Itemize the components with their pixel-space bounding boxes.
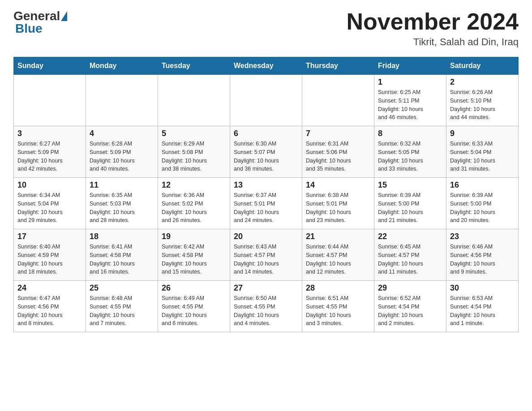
calendar-cell: 13Sunrise: 6:37 AM Sunset: 5:01 PM Dayli… bbox=[230, 178, 302, 229]
day-info: Sunrise: 6:39 AM Sunset: 5:00 PM Dayligh… bbox=[450, 191, 515, 225]
logo-blue-text: Blue bbox=[15, 21, 43, 35]
calendar-cell bbox=[158, 75, 230, 126]
calendar-cell: 28Sunrise: 6:51 AM Sunset: 4:55 PM Dayli… bbox=[302, 281, 374, 332]
day-info: Sunrise: 6:45 AM Sunset: 4:57 PM Dayligh… bbox=[378, 243, 442, 276]
day-info: Sunrise: 6:33 AM Sunset: 5:04 PM Dayligh… bbox=[450, 140, 515, 173]
calendar-cell: 1Sunrise: 6:25 AM Sunset: 5:11 PM Daylig… bbox=[374, 75, 446, 126]
calendar-week-3: 10Sunrise: 6:34 AM Sunset: 5:04 PM Dayli… bbox=[14, 178, 519, 229]
calendar-cell bbox=[302, 75, 374, 126]
day-number: 3 bbox=[17, 129, 82, 138]
day-number: 7 bbox=[306, 129, 370, 138]
calendar-week-2: 3Sunrise: 6:27 AM Sunset: 5:09 PM Daylig… bbox=[14, 126, 519, 178]
day-header-tuesday: Tuesday bbox=[158, 57, 230, 75]
day-info: Sunrise: 6:53 AM Sunset: 4:54 PM Dayligh… bbox=[450, 294, 515, 328]
calendar-cell: 17Sunrise: 6:40 AM Sunset: 4:59 PM Dayli… bbox=[14, 229, 86, 281]
day-info: Sunrise: 6:43 AM Sunset: 4:57 PM Dayligh… bbox=[234, 243, 298, 276]
calendar-cell: 12Sunrise: 6:36 AM Sunset: 5:02 PM Dayli… bbox=[158, 178, 230, 229]
day-number: 16 bbox=[450, 180, 515, 190]
calendar-cell bbox=[230, 75, 302, 126]
calendar-cell: 21Sunrise: 6:44 AM Sunset: 4:57 PM Dayli… bbox=[302, 229, 374, 281]
day-number: 30 bbox=[450, 283, 515, 293]
day-number: 9 bbox=[450, 129, 515, 138]
day-number: 5 bbox=[162, 129, 226, 138]
calendar-cell: 30Sunrise: 6:53 AM Sunset: 4:54 PM Dayli… bbox=[446, 281, 519, 332]
day-info: Sunrise: 6:41 AM Sunset: 4:58 PM Dayligh… bbox=[90, 243, 154, 276]
calendar-week-1: 1Sunrise: 6:25 AM Sunset: 5:11 PM Daylig… bbox=[14, 75, 519, 126]
calendar-week-4: 17Sunrise: 6:40 AM Sunset: 4:59 PM Dayli… bbox=[14, 229, 519, 281]
day-info: Sunrise: 6:31 AM Sunset: 5:06 PM Dayligh… bbox=[306, 140, 370, 173]
calendar-cell bbox=[14, 75, 86, 126]
day-info: Sunrise: 6:51 AM Sunset: 4:55 PM Dayligh… bbox=[306, 294, 370, 328]
calendar-cell: 18Sunrise: 6:41 AM Sunset: 4:58 PM Dayli… bbox=[86, 229, 158, 281]
calendar-cell: 29Sunrise: 6:52 AM Sunset: 4:54 PM Dayli… bbox=[374, 281, 446, 332]
calendar-cell: 10Sunrise: 6:34 AM Sunset: 5:04 PM Dayli… bbox=[14, 178, 86, 229]
calendar-cell: 27Sunrise: 6:50 AM Sunset: 4:55 PM Dayli… bbox=[230, 281, 302, 332]
month-title: November 2024 bbox=[347, 9, 519, 34]
day-number: 10 bbox=[17, 180, 82, 190]
day-info: Sunrise: 6:38 AM Sunset: 5:01 PM Dayligh… bbox=[306, 191, 370, 225]
calendar-cell: 9Sunrise: 6:33 AM Sunset: 5:04 PM Daylig… bbox=[446, 126, 519, 178]
title-area: November 2024 Tikrit, Salah ad Din, Iraq bbox=[347, 9, 519, 48]
day-header-saturday: Saturday bbox=[446, 57, 519, 75]
calendar-cell: 4Sunrise: 6:28 AM Sunset: 5:09 PM Daylig… bbox=[86, 126, 158, 178]
calendar-cell: 2Sunrise: 6:26 AM Sunset: 5:10 PM Daylig… bbox=[446, 75, 519, 126]
calendar-cell: 23Sunrise: 6:46 AM Sunset: 4:56 PM Dayli… bbox=[446, 229, 519, 281]
calendar-header-row: SundayMondayTuesdayWednesdayThursdayFrid… bbox=[14, 57, 519, 75]
day-number: 14 bbox=[306, 180, 370, 190]
day-info: Sunrise: 6:25 AM Sunset: 5:11 PM Dayligh… bbox=[378, 88, 442, 122]
calendar-cell: 22Sunrise: 6:45 AM Sunset: 4:57 PM Dayli… bbox=[374, 229, 446, 281]
logo-triangle-icon bbox=[61, 11, 67, 21]
calendar-cell: 14Sunrise: 6:38 AM Sunset: 5:01 PM Dayli… bbox=[302, 178, 374, 229]
day-info: Sunrise: 6:29 AM Sunset: 5:08 PM Dayligh… bbox=[162, 140, 226, 173]
page-header: General Blue November 2024 Tikrit, Salah… bbox=[13, 9, 519, 48]
day-info: Sunrise: 6:44 AM Sunset: 4:57 PM Dayligh… bbox=[306, 243, 370, 276]
day-number: 12 bbox=[162, 180, 226, 190]
day-info: Sunrise: 6:52 AM Sunset: 4:54 PM Dayligh… bbox=[378, 294, 442, 328]
day-number: 15 bbox=[378, 180, 442, 190]
day-number: 27 bbox=[234, 283, 298, 293]
day-info: Sunrise: 6:37 AM Sunset: 5:01 PM Dayligh… bbox=[234, 191, 298, 225]
day-info: Sunrise: 6:32 AM Sunset: 5:05 PM Dayligh… bbox=[378, 140, 442, 173]
day-info: Sunrise: 6:39 AM Sunset: 5:00 PM Dayligh… bbox=[378, 191, 442, 225]
calendar-week-5: 24Sunrise: 6:47 AM Sunset: 4:56 PM Dayli… bbox=[14, 281, 519, 332]
logo: General Blue bbox=[13, 9, 68, 36]
day-info: Sunrise: 6:28 AM Sunset: 5:09 PM Dayligh… bbox=[90, 140, 154, 173]
day-header-wednesday: Wednesday bbox=[230, 57, 302, 75]
location-title: Tikrit, Salah ad Din, Iraq bbox=[347, 36, 519, 48]
day-number: 11 bbox=[90, 180, 154, 190]
day-info: Sunrise: 6:34 AM Sunset: 5:04 PM Dayligh… bbox=[17, 191, 82, 225]
day-number: 20 bbox=[234, 232, 298, 241]
day-number: 23 bbox=[450, 232, 515, 241]
day-number: 29 bbox=[378, 283, 442, 293]
calendar-cell: 5Sunrise: 6:29 AM Sunset: 5:08 PM Daylig… bbox=[158, 126, 230, 178]
day-number: 8 bbox=[378, 129, 442, 138]
day-info: Sunrise: 6:47 AM Sunset: 4:56 PM Dayligh… bbox=[17, 294, 82, 328]
calendar-cell: 16Sunrise: 6:39 AM Sunset: 5:00 PM Dayli… bbox=[446, 178, 519, 229]
calendar-cell: 6Sunrise: 6:30 AM Sunset: 5:07 PM Daylig… bbox=[230, 126, 302, 178]
calendar-cell bbox=[86, 75, 158, 126]
day-number: 19 bbox=[162, 232, 226, 241]
day-number: 26 bbox=[162, 283, 226, 293]
day-info: Sunrise: 6:36 AM Sunset: 5:02 PM Dayligh… bbox=[162, 191, 226, 225]
day-info: Sunrise: 6:49 AM Sunset: 4:55 PM Dayligh… bbox=[162, 294, 226, 328]
day-info: Sunrise: 6:26 AM Sunset: 5:10 PM Dayligh… bbox=[450, 88, 515, 122]
day-number: 13 bbox=[234, 180, 298, 190]
calendar-cell: 8Sunrise: 6:32 AM Sunset: 5:05 PM Daylig… bbox=[374, 126, 446, 178]
day-info: Sunrise: 6:30 AM Sunset: 5:07 PM Dayligh… bbox=[234, 140, 298, 173]
day-number: 24 bbox=[17, 283, 82, 293]
day-header-friday: Friday bbox=[374, 57, 446, 75]
calendar-cell: 15Sunrise: 6:39 AM Sunset: 5:00 PM Dayli… bbox=[374, 178, 446, 229]
calendar-cell: 25Sunrise: 6:48 AM Sunset: 4:55 PM Dayli… bbox=[86, 281, 158, 332]
day-number: 28 bbox=[306, 283, 370, 293]
day-info: Sunrise: 6:42 AM Sunset: 4:58 PM Dayligh… bbox=[162, 243, 226, 276]
day-number: 4 bbox=[90, 129, 154, 138]
day-number: 17 bbox=[17, 232, 82, 241]
calendar-cell: 11Sunrise: 6:35 AM Sunset: 5:03 PM Dayli… bbox=[86, 178, 158, 229]
day-info: Sunrise: 6:35 AM Sunset: 5:03 PM Dayligh… bbox=[90, 191, 154, 225]
day-number: 22 bbox=[378, 232, 442, 241]
day-number: 18 bbox=[90, 232, 154, 241]
calendar-table: SundayMondayTuesdayWednesdayThursdayFrid… bbox=[13, 57, 519, 332]
calendar-cell: 7Sunrise: 6:31 AM Sunset: 5:06 PM Daylig… bbox=[302, 126, 374, 178]
day-info: Sunrise: 6:46 AM Sunset: 4:56 PM Dayligh… bbox=[450, 243, 515, 276]
day-number: 6 bbox=[234, 129, 298, 138]
